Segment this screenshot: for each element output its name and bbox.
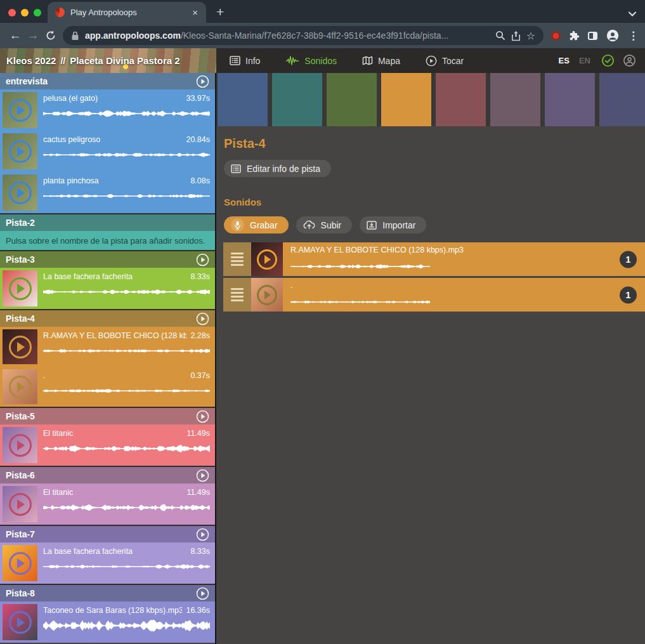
count-badge: 1	[620, 251, 637, 268]
back-button[interactable]: ←	[6, 23, 24, 48]
swatch-track-2[interactable]	[272, 73, 322, 126]
sound-row[interactable]: R.AMAYA Y EL BOBOTE CHICO (128 kbps)....…	[0, 327, 215, 367]
swatch-track-3[interactable]	[327, 73, 377, 126]
sound-duration: 8.08s	[190, 176, 210, 186]
track-play-icon[interactable]	[196, 587, 209, 600]
sound-play-icon[interactable]	[257, 249, 277, 270]
drag-handle-icon[interactable]	[223, 242, 251, 276]
extensions-puzzle-icon[interactable]	[569, 30, 580, 41]
track-header[interactable]: Pista-7	[0, 526, 215, 542]
sound-thumbnail[interactable]	[3, 329, 37, 364]
share-icon[interactable]	[511, 30, 521, 41]
sound-thumbnail[interactable]	[3, 369, 37, 404]
nav-tab-sonidos[interactable]: Sonidos	[285, 56, 337, 66]
sound-thumbnail[interactable]	[3, 92, 37, 128]
track-play-icon[interactable]	[196, 75, 209, 88]
sound-row[interactable]: La base fachera facherita8.33s	[0, 268, 215, 309]
swatch-track-6[interactable]	[490, 73, 540, 126]
track-header[interactable]: Pista-2	[0, 214, 215, 231]
track-play-icon[interactable]	[196, 410, 209, 423]
sound-body: R.AMAYA Y EL BOBOTE CHICO (128 kbps).mp3…	[283, 242, 645, 276]
sound-thumbnail[interactable]	[3, 270, 37, 306]
upload-button[interactable]: Subir	[296, 216, 353, 233]
record-button[interactable]: Grabar	[224, 216, 289, 233]
track-play-icon[interactable]	[196, 312, 209, 325]
sound-thumbnail[interactable]	[3, 427, 37, 463]
close-window-button[interactable]	[8, 9, 16, 16]
sound-thumbnail[interactable]	[251, 242, 283, 276]
sound-play-icon[interactable]	[9, 181, 32, 204]
refresh-button[interactable]	[42, 30, 60, 41]
sound-title: pelusa (el gato)	[43, 93, 98, 103]
track-play-icon[interactable]	[196, 528, 209, 541]
minimize-window-button[interactable]	[21, 9, 29, 16]
track-play-icon[interactable]	[196, 253, 209, 266]
bookmark-star-icon[interactable]: ☆	[526, 30, 535, 42]
sound-thumbnail[interactable]	[3, 545, 37, 581]
pista-sound-row[interactable]: .1	[223, 278, 645, 312]
sound-play-icon[interactable]	[9, 493, 32, 516]
track-header[interactable]: Pista-4	[0, 310, 215, 327]
sound-row[interactable]: La base fachera facherita8.33s	[0, 542, 215, 584]
address-bar[interactable]: app.antropoloops.com/Kleos-Santa-Marina/…	[63, 26, 544, 45]
track-detail-panel: Pista-4 Editar info de pista Sonidos Gra…	[216, 73, 645, 644]
lang-en-button[interactable]: EN	[579, 56, 590, 65]
sound-play-icon[interactable]	[9, 376, 32, 398]
track-header[interactable]: Pista-5	[0, 408, 215, 424]
tab-search-chevron-icon[interactable]	[628, 8, 637, 20]
side-panel-icon[interactable]	[588, 32, 597, 40]
tab-close-icon[interactable]: ×	[190, 6, 200, 18]
track-header[interactable]: Pista-6	[0, 467, 215, 483]
sound-row[interactable]: cactus peligroso20.84s	[0, 131, 215, 172]
sound-row[interactable]: Taconeo de Sara Baras (128 kbps).mp316.3…	[0, 601, 215, 643]
swatch-track-8[interactable]	[599, 73, 645, 126]
drag-handle-icon[interactable]	[223, 278, 251, 312]
sound-row[interactable]: .0.37s	[0, 367, 215, 407]
swatch-track-4[interactable]	[381, 73, 431, 126]
sound-play-icon[interactable]	[9, 336, 32, 358]
pista-sound-row[interactable]: R.AMAYA Y EL BOBOTE CHICO (128 kbps).mp3…	[223, 242, 645, 276]
sound-row[interactable]: planta pinchosa8.08s	[0, 172, 215, 213]
recording-extension-icon[interactable]	[551, 31, 561, 41]
browser-tab[interactable]: Play Antropoloops ×	[48, 2, 206, 23]
sound-thumbnail[interactable]	[3, 486, 37, 522]
sound-thumbnail[interactable]	[251, 278, 283, 312]
sound-row[interactable]: El titanic11.49s	[0, 424, 215, 466]
swatch-track-5[interactable]	[436, 73, 486, 126]
track-play-icon[interactable]	[196, 469, 209, 482]
sound-waveform	[290, 295, 430, 309]
project-banner[interactable]: Kleos 2022 // Placeta Divina Pastora 2	[0, 48, 216, 73]
sound-thumbnail[interactable]	[3, 604, 37, 640]
browser-menu-icon[interactable]: ⋮	[628, 29, 639, 43]
edit-track-info-button[interactable]: Editar info de pista	[224, 160, 331, 177]
sound-row[interactable]: pelusa (el gato)33.97s	[0, 89, 215, 131]
zoom-search-icon[interactable]	[495, 30, 505, 41]
sound-play-icon[interactable]	[9, 434, 32, 457]
nav-tab-info[interactable]: Info	[230, 56, 260, 66]
track-header[interactable]: Pista-3	[0, 251, 215, 268]
page-content: entrevistapelusa (el gato)33.97scactus p…	[0, 73, 645, 644]
sound-thumbnail[interactable]	[3, 133, 37, 169]
sound-play-icon[interactable]	[9, 611, 32, 634]
new-tab-button[interactable]: +	[216, 5, 224, 18]
profile-avatar[interactable]	[606, 29, 620, 43]
sound-play-icon[interactable]	[9, 552, 32, 575]
zoom-window-button[interactable]	[34, 9, 41, 16]
url-text[interactable]: app.antropoloops.com/Kleos-Santa-Marina/…	[85, 30, 490, 41]
sound-play-icon[interactable]	[9, 99, 32, 122]
nav-tab-mapa[interactable]: Mapa	[362, 56, 400, 66]
track-name: entrevista	[6, 76, 196, 86]
sound-play-icon[interactable]	[9, 277, 32, 300]
import-button[interactable]: Importar	[360, 216, 426, 233]
track-header[interactable]: Pista-8	[0, 585, 215, 601]
track-header[interactable]: entrevista	[0, 73, 215, 89]
swatch-track-1[interactable]	[218, 73, 268, 126]
sound-play-icon[interactable]	[257, 285, 277, 305]
lang-es-button[interactable]: ES	[559, 56, 570, 65]
sound-thumbnail[interactable]	[3, 174, 37, 211]
sound-play-icon[interactable]	[9, 140, 32, 163]
swatch-track-7[interactable]	[545, 73, 595, 126]
sound-row[interactable]: El titanic11.49s	[0, 483, 215, 525]
account-icon[interactable]	[623, 54, 636, 67]
nav-tab-tocar[interactable]: Tocar	[426, 55, 464, 67]
